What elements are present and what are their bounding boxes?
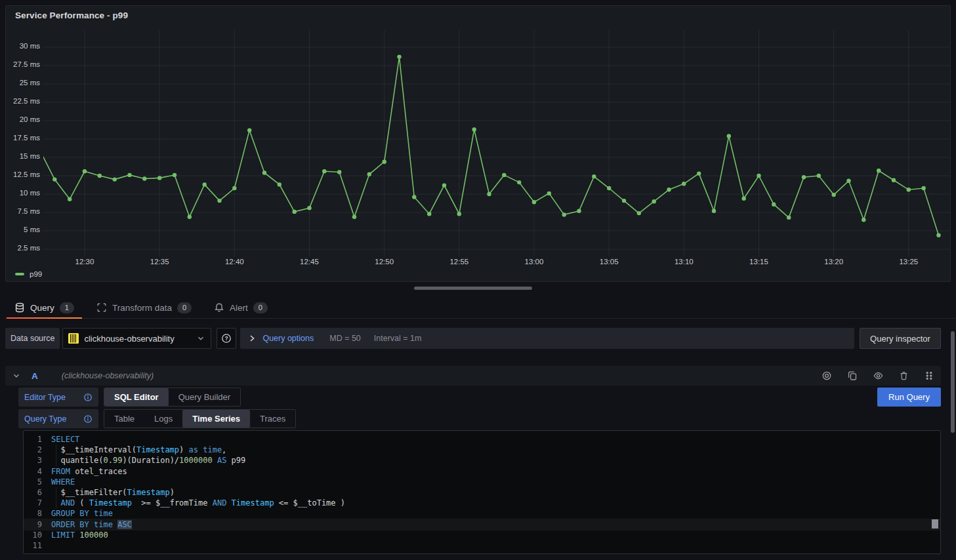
bell-icon: [214, 302, 224, 313]
line-number: 11: [24, 540, 42, 551]
radio-option-traces[interactable]: Traces: [250, 410, 295, 428]
x-axis-label: 13:10: [664, 258, 703, 266]
code-line-content: ORDER BY time ASC: [51, 519, 132, 530]
radio-option-query-builder[interactable]: Query Builder: [169, 388, 240, 406]
duplicate-query-icon[interactable]: [847, 370, 858, 381]
interval: Interval = 1m: [374, 334, 422, 343]
y-axis-label: 25 ms: [6, 79, 40, 87]
line-number: 5: [24, 477, 42, 487]
datasource-label: Data source: [5, 328, 60, 349]
collapse-chevron-icon[interactable]: [12, 371, 21, 380]
tab-count-badge: 1: [60, 302, 74, 313]
line-number: 4: [24, 466, 42, 477]
drag-handle-icon[interactable]: [924, 370, 934, 381]
code-line[interactable]: 8GROUP BY time: [24, 508, 940, 519]
chart-points: [43, 54, 941, 237]
radio-option-table[interactable]: Table: [104, 410, 144, 428]
svg-text:?: ?: [225, 335, 228, 342]
query-options-link: Query options: [262, 334, 314, 343]
radio-option-sql-editor[interactable]: SQL Editor: [104, 388, 169, 406]
code-line[interactable]: 4FROM otel_traces: [24, 466, 940, 477]
query-row-header: A (clickhouse-observability): [5, 366, 941, 386]
chart-plot-area[interactable]: [43, 28, 950, 258]
question-circle-icon: ?: [221, 333, 232, 344]
legend-item-p99[interactable]: p99: [15, 270, 42, 278]
code-line[interactable]: 2 $__timeInterval(Timestamp) as time,: [24, 445, 940, 455]
transform-icon: [96, 302, 107, 313]
x-axis-label: 13:25: [889, 258, 928, 266]
legend-swatch: [15, 273, 24, 275]
datasource-select[interactable]: clickhouse-observability: [62, 328, 211, 349]
overview-cursor-marker: [932, 519, 938, 529]
query-inspector-button[interactable]: Query inspector: [860, 328, 941, 349]
line-number: 8: [24, 508, 42, 519]
query-options-toggle[interactable]: Query options MD = 50 Interval = 1m: [240, 328, 854, 349]
datasource-row: Data source clickhouse-observability ?: [5, 328, 941, 349]
info-circle-icon[interactable]: [83, 393, 93, 402]
tab-count-badge: 0: [177, 302, 192, 313]
query-ref-id[interactable]: A: [31, 371, 38, 381]
code-line[interactable]: 6 $__timeFilter(Timestamp): [24, 487, 940, 498]
sql-code-editor[interactable]: 1SELECT2 $__timeInterval(Timestamp) as t…: [23, 430, 941, 554]
editor-tabs: Query 1 Transform data 0 Alert 0: [5, 297, 956, 319]
code-line[interactable]: 7 AND ( Timestamp >= $__fromTime AND Tim…: [24, 498, 940, 508]
radio-option-time-series[interactable]: Time Series: [182, 410, 250, 428]
y-axis-label: 30 ms: [6, 42, 40, 50]
max-data-points: MD = 50: [329, 334, 361, 343]
code-line[interactable]: 10LIMIT 100000: [24, 530, 940, 540]
tab-transform-data[interactable]: Transform data 0: [89, 297, 199, 318]
clickhouse-logo-icon: [68, 333, 79, 344]
horizontal-scrollbar[interactable]: [414, 287, 532, 290]
query-actions: [821, 370, 934, 381]
editor-type-label: Editor Type: [18, 388, 98, 407]
run-query-button[interactable]: Run Query: [877, 388, 941, 407]
y-axis-label: 2.5 ms: [6, 244, 40, 252]
x-axis-label: 12:30: [65, 258, 104, 266]
code-line-content: quantile(0.99)(Duration)/1000000 AS p99: [51, 455, 245, 466]
code-line[interactable]: 5WHERE: [24, 477, 940, 487]
info-circle-icon[interactable]: [83, 414, 93, 424]
code-line[interactable]: 9ORDER BY time ASC: [24, 519, 940, 530]
code-line-content: AND ( Timestamp >= $__fromTime AND Times…: [51, 498, 345, 508]
editor-type-radio-group: SQL EditorQuery Builder: [104, 388, 241, 407]
radio-option-logs[interactable]: Logs: [144, 410, 182, 428]
code-line-content: LIMIT 100000: [51, 530, 108, 540]
code-line[interactable]: 11: [24, 540, 940, 551]
tab-label: Alert: [230, 303, 248, 313]
timeseries-panel: Service Performance - p99 30 ms27.5 ms25…: [5, 5, 951, 282]
disable-query-icon[interactable]: [821, 370, 832, 381]
code-line-content: SELECT: [51, 434, 79, 445]
line-number: 3: [24, 455, 42, 466]
code-line[interactable]: 1SELECT: [24, 434, 940, 445]
line-number: 2: [24, 445, 42, 455]
chevron-down-icon: [196, 334, 205, 343]
line-number: 7: [24, 498, 42, 508]
x-axis-label: 13:15: [739, 258, 778, 266]
x-axis-label: 12:55: [440, 258, 479, 266]
x-axis-label: 12:50: [365, 258, 404, 266]
y-axis-label: 22.5 ms: [6, 97, 40, 105]
y-axis-label: 15 ms: [6, 152, 40, 160]
query-type-label: Query Type: [18, 409, 98, 428]
hide-response-eye-icon[interactable]: [873, 370, 884, 381]
y-axis-label: 17.5 ms: [6, 134, 40, 142]
line-number: 1: [24, 434, 42, 445]
panel-editor-page: Service Performance - p99 30 ms27.5 ms25…: [0, 0, 956, 560]
query-editor-card: A (clickhouse-observability): [5, 366, 941, 555]
panel-title: Service Performance - p99: [15, 10, 128, 20]
code-line-content: GROUP BY time: [51, 508, 113, 519]
datasource-help-button[interactable]: ?: [217, 328, 236, 349]
y-axis-label: 5 ms: [6, 226, 40, 233]
tab-query[interactable]: Query 1: [7, 297, 82, 318]
database-icon: [14, 302, 25, 313]
code-line-content: FROM otel_traces: [51, 466, 127, 477]
tab-alert[interactable]: Alert 0: [206, 297, 276, 318]
datasource-value: clickhouse-observability: [84, 334, 191, 344]
y-axis: 30 ms27.5 ms25 ms22.5 ms20 ms17.5 ms15 m…: [6, 28, 40, 258]
remove-query-trash-icon[interactable]: [899, 370, 909, 381]
code-line-content: $__timeFilter(Timestamp): [51, 487, 175, 498]
code-line[interactable]: 3 quantile(0.99)(Duration)/1000000 AS p9…: [24, 455, 940, 466]
y-axis-label: 10 ms: [6, 189, 40, 197]
line-number: 6: [24, 487, 42, 498]
vertical-scrollbar[interactable]: [951, 331, 955, 433]
